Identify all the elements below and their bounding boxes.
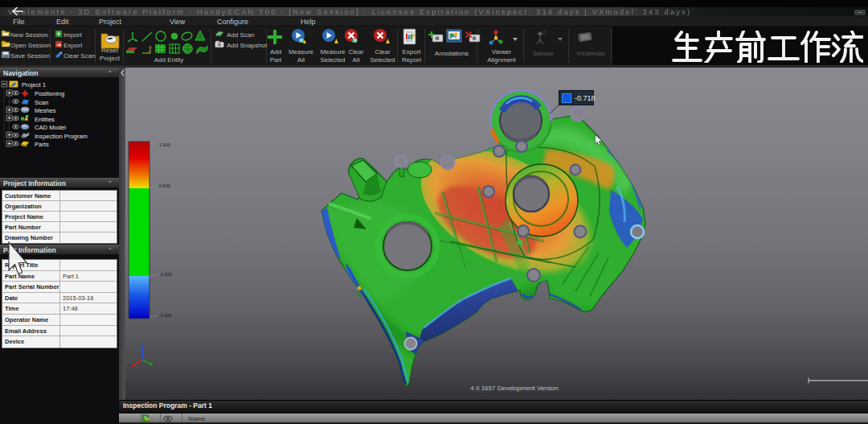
svg-text:Project 1: Project 1 (22, 81, 46, 89)
svg-text:1.000: 1.000 (159, 142, 170, 147)
svg-text:Parts: Parts (35, 141, 49, 148)
svg-text:0.500: 0.500 (159, 183, 170, 188)
svg-text:-0.500: -0.500 (159, 272, 172, 277)
svg-text:Entities: Entities (35, 116, 55, 123)
svg-text:Positioning: Positioning (35, 90, 64, 97)
svg-text:Inspection Program: Inspection Program (35, 133, 88, 140)
svg-text:CAD Model: CAD Model (35, 124, 66, 131)
svg-text:-1.000: -1.000 (159, 313, 172, 318)
svg-text:Scan: Scan (35, 99, 48, 106)
svg-text:Meshes: Meshes (35, 107, 56, 114)
